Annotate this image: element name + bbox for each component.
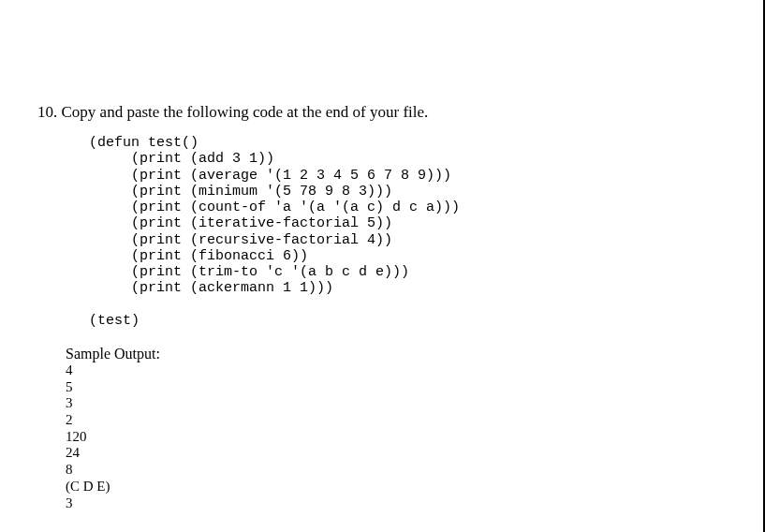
instruction-line: 10. Copy and paste the following code at…: [37, 103, 726, 122]
instruction-text: Copy and paste the following code at the…: [62, 103, 429, 121]
document-page: 10. Copy and paste the following code at…: [0, 0, 765, 532]
item-number: 10.: [37, 103, 57, 121]
code-block: (defun test() (print (add 3 1)) (print (…: [89, 135, 726, 329]
sample-output-block: 4 5 3 2 120 24 8 (C D E) 3: [66, 362, 726, 511]
sample-output-label: Sample Output:: [66, 346, 726, 362]
